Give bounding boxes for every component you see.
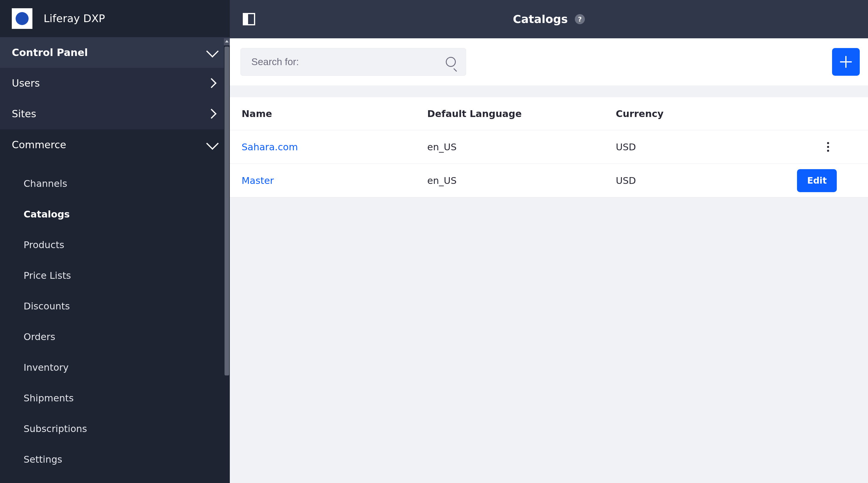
col-language: Default Language (427, 108, 616, 119)
sidebar-item-products[interactable]: Products (0, 230, 230, 260)
sidebar-item-label: Inventory (24, 362, 69, 373)
chevron-right-icon (207, 109, 217, 119)
help-icon[interactable]: ? (575, 14, 585, 24)
brand-title: Liferay DXP (43, 12, 105, 25)
brand-logo-icon (12, 8, 32, 29)
page-title: Catalogs (513, 13, 568, 26)
section-sites[interactable]: Sites (0, 98, 230, 129)
scroll-thumb[interactable] (224, 47, 229, 375)
add-button[interactable] (832, 48, 860, 76)
sidebar-item-catalogs[interactable]: Catalogs (0, 199, 230, 230)
sidebar-item-orders[interactable]: Orders (0, 322, 230, 352)
catalog-language: en_US (427, 175, 616, 186)
chevron-down-icon (206, 137, 219, 150)
search-input[interactable] (251, 56, 446, 67)
section-label: Users (12, 77, 40, 89)
sidebar-item-label: Orders (24, 331, 55, 342)
sidebar-item-channels[interactable]: Channels (0, 168, 230, 199)
catalog-currency: USD (616, 142, 778, 153)
catalog-language: en_US (427, 142, 616, 153)
section-label: Control Panel (12, 47, 88, 58)
sidebar-item-price-lists[interactable]: Price Lists (0, 260, 230, 291)
toolbar (230, 38, 868, 86)
col-currency: Currency (616, 108, 778, 119)
sidebar-item-label: Catalogs (24, 209, 70, 220)
topbar: Catalogs ? (230, 0, 868, 38)
chevron-down-icon (206, 45, 219, 57)
dock-toggle-icon[interactable] (243, 13, 255, 25)
catalog-currency: USD (616, 175, 778, 186)
sidebar-item-label: Subscriptions (24, 423, 87, 434)
plus-icon (840, 56, 852, 68)
sidebar-item-shipments[interactable]: Shipments (0, 383, 230, 414)
table-header: Name Default Language Currency (230, 97, 868, 130)
row-menu-button[interactable] (819, 138, 837, 156)
page-title-wrap: Catalogs ? (230, 13, 868, 26)
section-control-panel[interactable]: Control Panel (0, 37, 230, 68)
sidebar-item-subscriptions[interactable]: Subscriptions (0, 414, 230, 444)
table-row[interactable]: Master en_US USD Edit (230, 164, 868, 198)
main: Catalogs ? Name Default Language Currenc… (230, 0, 868, 483)
search-box (241, 48, 466, 76)
sidebar-item-settings[interactable]: Settings (0, 444, 230, 475)
catalogs-table: Name Default Language Currency Sahara.co… (230, 97, 868, 198)
sidebar-item-label: Settings (24, 454, 62, 465)
catalog-name-link[interactable]: Master (242, 175, 427, 186)
sidebar-scrollbar[interactable] (224, 38, 230, 483)
edit-button[interactable]: Edit (797, 169, 837, 192)
sidebar-item-label: Channels (24, 178, 67, 189)
scroll-up-icon (225, 40, 229, 42)
content-gap (230, 86, 868, 97)
brand: Liferay DXP (0, 0, 230, 37)
section-commerce[interactable]: Commerce (0, 129, 230, 160)
chevron-right-icon (207, 78, 217, 88)
row-actions (778, 138, 840, 156)
row-actions: Edit (778, 169, 840, 192)
app-root: Liferay DXP Control Panel Users Sites Co… (0, 0, 868, 483)
section-label: Commerce (12, 139, 66, 151)
catalog-name-link[interactable]: Sahara.com (242, 142, 427, 153)
col-name: Name (242, 108, 427, 119)
section-users[interactable]: Users (0, 68, 230, 98)
sidebar-item-label: Price Lists (24, 270, 71, 281)
search-icon[interactable] (446, 57, 456, 67)
sidebar-item-inventory[interactable]: Inventory (0, 352, 230, 383)
sidebar-item-label: Shipments (24, 393, 74, 404)
sidebar-item-discounts[interactable]: Discounts (0, 291, 230, 322)
commerce-submenu: Channels Catalogs Products Price Lists D… (0, 160, 230, 483)
section-label: Sites (12, 108, 36, 120)
sidebar-item-label: Products (24, 239, 64, 250)
sidebar-item-label: Discounts (24, 301, 70, 312)
table-row[interactable]: Sahara.com en_US USD (230, 130, 868, 164)
sidebar: Liferay DXP Control Panel Users Sites Co… (0, 0, 230, 483)
